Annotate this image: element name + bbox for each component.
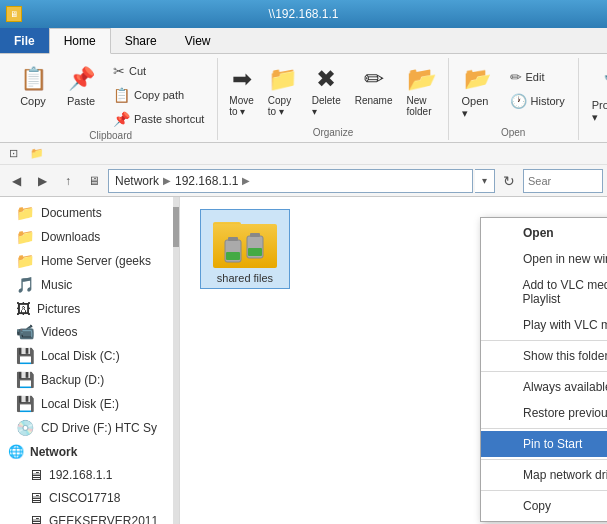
documents-icon: 📁 [16, 204, 35, 222]
ctx-add-vlc[interactable]: Add to VLC media player's Playlist [481, 272, 607, 312]
toolbar-btn-1[interactable]: ⊡ [4, 145, 23, 162]
open-small-buttons: ✏ Edit 🕐 History [503, 58, 572, 112]
organize-group-label: Organize [313, 127, 354, 140]
sidebar-item-music-label: Music [41, 278, 72, 292]
ctx-show-desktop[interactable]: Show this folder on the desktop [481, 343, 607, 369]
paste-label: Paste [67, 95, 95, 107]
search-input[interactable] [523, 169, 603, 193]
localc-icon: 💾 [16, 347, 35, 365]
clipboard-group-label: Clipboard [89, 130, 132, 143]
ctx-sep-2 [481, 371, 607, 372]
pictures-icon: 🖼 [16, 300, 31, 317]
tab-view[interactable]: View [171, 28, 225, 53]
delete-icon: ✖ [316, 65, 336, 93]
sidebar-item-localc[interactable]: 💾 Local Disk (C:) [0, 344, 179, 368]
ribbon: File Home Share View 📋 Copy 📌 Paste [0, 28, 607, 143]
open-label: Open ▾ [462, 95, 494, 120]
sidebar-item-downloads[interactable]: 📁 Downloads [0, 225, 179, 249]
sidebar-item-backup-label: Backup (D:) [41, 373, 104, 387]
properties-button[interactable]: 🔧 Properties ▾ [585, 58, 607, 129]
ctx-map-label: Map network drive... [523, 468, 607, 482]
paste-shortcut-button[interactable]: 📌 Paste shortcut [106, 108, 211, 130]
path-chevron-1: ▶ [163, 175, 171, 186]
sidebar-item-192[interactable]: 🖥 192.168.1.1 [0, 463, 179, 486]
copy-button[interactable]: 📋 Copy [10, 58, 56, 112]
sidebar-item-pictures[interactable]: 🖼 Pictures [0, 297, 179, 320]
tab-share[interactable]: Share [111, 28, 171, 53]
sidebar-item-192-label: 192.168.1.1 [49, 468, 112, 482]
clipboard-small-buttons: ✂ Cut 📋 Copy path 📌 Paste shortcut [106, 58, 211, 130]
sidebar-item-videos[interactable]: 📹 Videos [0, 320, 179, 344]
ctx-sep-4 [481, 459, 607, 460]
ctx-map-drive[interactable]: Map network drive... [481, 462, 607, 488]
tab-file[interactable]: File [0, 28, 49, 53]
svg-rect-5 [248, 248, 262, 256]
sidebar-item-cddrive-label: CD Drive (F:) HTC Sy [41, 421, 157, 435]
ctx-open-new-window[interactable]: Open in new window [481, 246, 607, 272]
rename-label: Rename [355, 95, 393, 106]
organize-group: ➡ Move to ▾ 📁 Copy to ▾ ✖ Delete ▾ ✏ Ren… [218, 58, 448, 140]
address-dropdown[interactable]: ▾ [475, 169, 495, 193]
address-path[interactable]: Network ▶ 192.168.1.1 ▶ [108, 169, 473, 193]
geek-icon: 🖥 [28, 512, 43, 524]
ctx-copy[interactable]: Copy [481, 493, 607, 519]
edit-label: Edit [526, 71, 545, 83]
edit-button[interactable]: ✏ Edit [503, 66, 572, 88]
history-button[interactable]: 🕐 History [503, 90, 572, 112]
edit-icon: ✏ [510, 69, 522, 85]
ctx-open[interactable]: Open [481, 220, 607, 246]
toolbar-btn-2[interactable]: 📁 [25, 145, 49, 162]
window-title: \\192.168.1.1 [268, 7, 338, 21]
cisco-icon: 🖥 [28, 489, 43, 506]
sidebar-item-documents[interactable]: 📁 Documents [0, 201, 179, 225]
up-button[interactable]: ↑ [56, 169, 80, 193]
svg-rect-1 [228, 237, 238, 241]
ctx-restore[interactable]: Restore previous versions [481, 400, 607, 426]
back-button[interactable]: ◀ [4, 169, 28, 193]
computer-icon-btn[interactable]: 🖥 [82, 169, 106, 193]
new-folder-button[interactable]: 📂 New folder [402, 60, 442, 122]
videos-icon: 📹 [16, 323, 35, 341]
move-to-button[interactable]: ➡ Move to ▾ [224, 60, 258, 122]
ctx-play-vlc[interactable]: Play with VLC media player [481, 312, 607, 338]
cddrive-icon: 💿 [16, 419, 35, 437]
sidebar-section-network-label: Network [30, 445, 77, 459]
copy-path-button[interactable]: 📋 Copy path [106, 84, 211, 106]
ctx-play-vlc-label: Play with VLC media player [523, 318, 607, 332]
copy-to-button[interactable]: 📁 Copy to ▾ [263, 60, 303, 122]
cut-label: Cut [129, 65, 146, 77]
svg-rect-4 [250, 233, 260, 237]
open-group-label: Open [501, 127, 525, 140]
open-button[interactable]: 📂 Open ▾ [455, 58, 501, 125]
sidebar-item-locale[interactable]: 💾 Local Disk (E:) [0, 392, 179, 416]
sidebar-item-geek[interactable]: 🖥 GEEKSERVER2011 [0, 509, 179, 524]
ctx-offline[interactable]: Always available offline [481, 374, 607, 400]
shared-files-folder[interactable]: shared files [200, 209, 290, 289]
forward-button[interactable]: ▶ [30, 169, 54, 193]
ctx-restore-label: Restore previous versions [523, 406, 607, 420]
tab-home[interactable]: Home [49, 28, 111, 54]
sidebar-item-homeserver[interactable]: 📁 Home Server (geeks [0, 249, 179, 273]
paste-shortcut-icon: 📌 [113, 111, 130, 127]
sidebar-scrollbar[interactable] [173, 197, 179, 524]
paste-button[interactable]: 📌 Paste [58, 58, 104, 112]
downloads-icon: 📁 [16, 228, 35, 246]
cut-button[interactable]: ✂ Cut [106, 60, 211, 82]
sidebar-section-network[interactable]: 🌐 Network [0, 440, 179, 463]
open-group: 📂 Open ▾ ✏ Edit 🕐 History Open [449, 58, 579, 140]
rename-icon: ✏ [364, 65, 384, 93]
ctx-pin-start[interactable]: Pin to Start [481, 431, 607, 457]
server-192-icon: 🖥 [28, 466, 43, 483]
delete-button[interactable]: ✖ Delete ▾ [307, 60, 346, 122]
context-menu: Open Open in new window Add to VLC media… [480, 217, 607, 522]
sidebar-item-videos-label: Videos [41, 325, 77, 339]
sidebar-item-cisco[interactable]: 🖥 CISCO17718 [0, 486, 179, 509]
sidebar-item-cddrive[interactable]: 💿 CD Drive (F:) HTC Sy [0, 416, 179, 440]
content-area: shared files Open Open in new window Add… [180, 197, 607, 524]
ctx-open-new-label: Open in new window [523, 252, 607, 266]
sidebar-item-backup[interactable]: 💾 Backup (D:) [0, 368, 179, 392]
rename-button[interactable]: ✏ Rename [350, 60, 398, 111]
refresh-button[interactable]: ↻ [497, 169, 521, 193]
sidebar-item-music[interactable]: 🎵 Music [0, 273, 179, 297]
ctx-offline-label: Always available offline [523, 380, 607, 394]
